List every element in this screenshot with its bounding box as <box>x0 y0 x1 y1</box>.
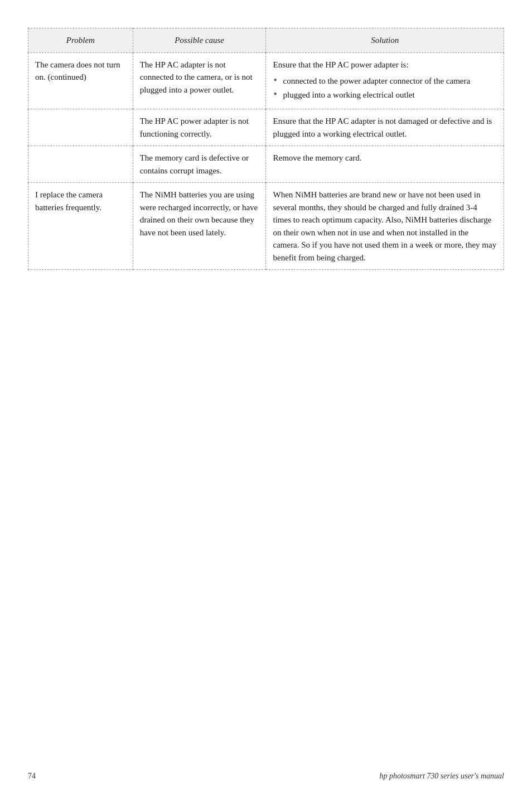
solution-intro: Ensure that the HP AC power adapter is: <box>273 60 408 69</box>
table-row: The HP AC power adapter is not functioni… <box>28 109 504 146</box>
page-container: Problem Possible cause Solution The came… <box>0 0 532 803</box>
page-number: 74 <box>28 772 36 781</box>
list-item: plugged into a working electrical outlet <box>273 89 497 101</box>
problem-cell-2 <box>28 109 133 146</box>
cause-cell-1: The HP AC adapter is not connected to th… <box>133 52 266 109</box>
table-row: I replace the camera batteries frequentl… <box>28 183 504 270</box>
cause-cell-2: The HP AC power adapter is not functioni… <box>133 109 266 146</box>
header-solution: Solution <box>266 28 504 53</box>
solution-cell-4: When NiMH batteries are brand new or hav… <box>266 183 504 270</box>
cause-cell-4: The NiMH batteries you are using were re… <box>133 183 266 270</box>
solution-cell-1: Ensure that the HP AC power adapter is: … <box>266 52 504 109</box>
solution-cell-3: Remove the memory card. <box>266 146 504 183</box>
solution-cell-2: Ensure that the HP AC adapter is not dam… <box>266 109 504 146</box>
troubleshooting-table: Problem Possible cause Solution The came… <box>28 28 504 270</box>
problem-cell-1: The camera does not turn on. (continued) <box>28 52 133 109</box>
cause-cell-3: The memory card is defective or contains… <box>133 146 266 183</box>
page-title: hp photosmart 730 series user's manual <box>379 772 504 781</box>
table-row: The camera does not turn on. (continued)… <box>28 52 504 109</box>
header-problem: Problem <box>28 28 133 53</box>
list-item: connected to the power adapter connector… <box>273 75 497 87</box>
problem-cell-4: I replace the camera batteries frequentl… <box>28 183 133 270</box>
page-footer: 74 hp photosmart 730 series user's manua… <box>28 772 504 781</box>
solution-list: connected to the power adapter connector… <box>273 75 497 101</box>
table-row: The memory card is defective or contains… <box>28 146 504 183</box>
header-cause: Possible cause <box>133 28 266 53</box>
problem-cell-3 <box>28 146 133 183</box>
